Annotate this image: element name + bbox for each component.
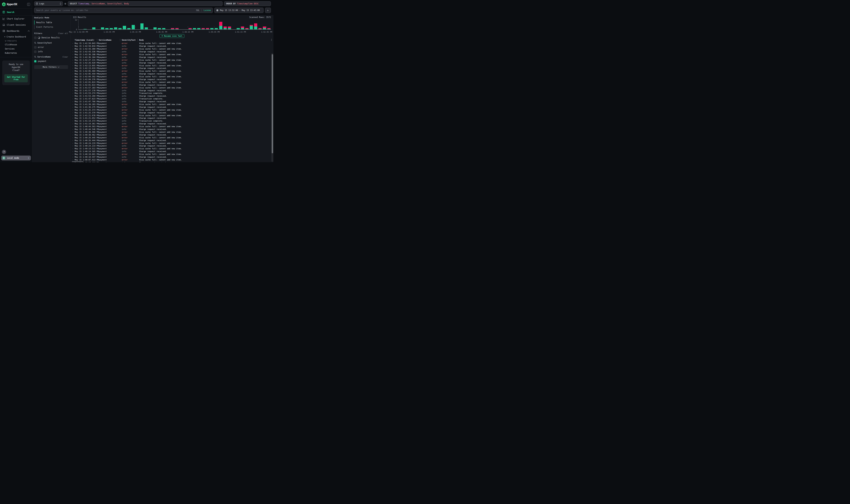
scrollbar-thumb[interactable]: [272, 54, 273, 153]
histogram-bucket[interactable]: [135, 20, 140, 30]
table-options-kebab-icon[interactable]: ⋮: [271, 38, 273, 41]
search-input[interactable]: [36, 9, 158, 12]
log-row[interactable]: ›May 15 1:40:38.462 PMpaymentinfoCharge …: [70, 133, 273, 136]
log-row[interactable]: ›May 15 1:41:25.373 PMpaymenterrorVisa c…: [70, 108, 273, 111]
log-row[interactable]: ›May 15 1:41:14.361 PMpaymentinfoCharge …: [70, 122, 273, 125]
mode-event-patterns[interactable]: Event Patterns: [34, 25, 68, 29]
histogram-bucket[interactable]: [144, 20, 148, 30]
payment-checkbox[interactable]: [34, 60, 36, 62]
column-separator[interactable]: [120, 39, 120, 41]
log-row[interactable]: ›May 15 1:40:10.597 PMpaymentinfoCharge …: [70, 156, 273, 159]
col-servicename[interactable]: ServiceName: [99, 39, 120, 41]
horizontal-scrollbar-thumb[interactable]: [72, 161, 83, 162]
sidebar-item-dashboards[interactable]: Dashboards: [0, 28, 32, 34]
source-select[interactable]: Logs: [34, 1, 63, 6]
histogram-bucket[interactable]: [87, 20, 92, 30]
histogram-bucket[interactable]: [227, 20, 232, 30]
get-started-button[interactable]: Get Started for Free: [4, 74, 28, 82]
run-query-button[interactable]: ▷: [265, 8, 271, 13]
log-row[interactable]: ›May 15 1:40:26.444 PMpaymentinfoCharge …: [70, 139, 273, 142]
histogram-bucket[interactable]: [240, 20, 245, 30]
log-row[interactable]: ›May 15 1:42:26.920 PMpaymentinfoCharge …: [70, 61, 273, 64]
log-row[interactable]: ›May 15 1:40:44.563 PMpaymenterrorVisa c…: [70, 125, 273, 128]
histogram-bucket[interactable]: [170, 20, 175, 30]
log-row[interactable]: ›May 15 1:42:13.019 PMpaymentinfoCharge …: [70, 67, 273, 70]
histogram-bucket[interactable]: [254, 20, 258, 30]
histogram-bucket[interactable]: [113, 20, 118, 30]
histogram-bucket[interactable]: [162, 20, 166, 30]
log-row[interactable]: ›May 15 1:41:14.373 PMpaymentinfoTransac…: [70, 120, 273, 122]
log-row[interactable]: ›May 15 1:42:50.834 PMpaymentinfoCharge …: [70, 45, 273, 48]
filter-option-error[interactable]: error: [34, 46, 68, 49]
log-row[interactable]: ›May 15 1:42:50.843 PMpaymenterrorVisa c…: [70, 42, 273, 45]
sidebar-item-search[interactable]: Search: [0, 8, 32, 16]
log-row[interactable]: ›May 15 1:42:13.055 PMpaymenterrorVisa c…: [70, 64, 273, 67]
user-menu[interactable]: U Local mode: [1, 156, 31, 160]
histogram-bucket[interactable]: [223, 20, 227, 30]
log-row[interactable]: ›May 15 1:42:43.336 PMpaymentinfoCharge …: [70, 50, 273, 53]
histogram-bucket[interactable]: [267, 20, 271, 30]
histogram-bucket[interactable]: [153, 20, 157, 30]
log-row[interactable]: ›May 15 1:41:25.370 PMpaymentinfoCharge …: [70, 111, 273, 114]
help-button[interactable]: ?: [2, 150, 6, 154]
histogram-bucket[interactable]: [236, 20, 240, 30]
histogram-bucket[interactable]: [249, 20, 254, 30]
histogram-bucket[interactable]: [157, 20, 162, 30]
sidebar-item-chart-explorer[interactable]: Chart Explorer: [0, 16, 32, 22]
log-row[interactable]: ›May 15 1:41:47.823 PMpaymentinfoTransac…: [70, 97, 273, 100]
log-row[interactable]: ›May 15 1:42:04.376 PMpaymentinfoCharge …: [70, 78, 273, 81]
histogram-bucket[interactable]: [149, 20, 153, 30]
log-row[interactable]: ›May 15 1:42:27.131 PMpaymenterrorVisa c…: [70, 59, 273, 61]
preset-clickhouse[interactable]: Clickhouse: [0, 42, 32, 47]
clear-servicename-button[interactable]: Clear: [62, 56, 68, 58]
lucene-mode-button[interactable]: Lucene: [203, 9, 211, 12]
log-row[interactable]: ›May 15 1:42:01.814 PMpaymentinfoCharge …: [70, 84, 273, 86]
histogram-bucket[interactable]: [205, 20, 210, 30]
create-dashboard-button[interactable]: + Create Dashboard: [0, 34, 32, 39]
log-row[interactable]: ›May 15 1:41:53.260 PMpaymentinfoCharge …: [70, 95, 273, 97]
histogram-bucket[interactable]: [232, 20, 236, 30]
histogram-bucket[interactable]: [140, 20, 144, 30]
info-checkbox[interactable]: [34, 51, 36, 53]
brand[interactable]: HyperDX: [2, 2, 17, 6]
presets-toggle[interactable]: PRESETS: [0, 39, 32, 42]
denoise-checkbox[interactable]: [34, 37, 36, 39]
histogram-bucket[interactable]: [188, 20, 192, 30]
histogram-bucket[interactable]: [96, 20, 100, 30]
log-row[interactable]: ›May 15 1:42:36.184 PMpaymentinfoCharge …: [70, 56, 273, 59]
select-clause-input[interactable]: SELECT Timestamp, ServiceName, SeverityT…: [68, 1, 222, 6]
histogram-bucket[interactable]: [183, 20, 188, 30]
histogram-bucket[interactable]: [105, 20, 109, 30]
log-row[interactable]: ›May 15 1:40:07.410 PMpaymentinfoCharge …: [70, 161, 273, 162]
log-row[interactable]: ›May 15 1:42:36.188 PMpaymenterrorVisa c…: [70, 53, 273, 56]
histogram-bucket[interactable]: [210, 20, 214, 30]
log-row[interactable]: ›May 15 1:41:30.283 PMpaymenterrorVisa c…: [70, 103, 273, 106]
mode-results-table[interactable]: Results Table: [34, 20, 68, 24]
preset-kubernetes[interactable]: Kubernetes: [0, 51, 32, 55]
log-row[interactable]: ›May 15 1:40:26.445 PMpaymenterrorVisa c…: [70, 136, 273, 139]
log-row[interactable]: ›May 15 1:40:38.466 PMpaymenterrorVisa c…: [70, 131, 273, 133]
preset-services[interactable]: Services: [0, 47, 32, 51]
sql-mode-button[interactable]: SQL: [196, 9, 200, 12]
histogram-bucket[interactable]: [122, 20, 127, 30]
histogram-bucket[interactable]: [179, 20, 183, 30]
time-range-picker[interactable]: May 15 13:32:00 - May 15 13:43:00: [214, 8, 264, 13]
col-timestamp[interactable]: Timestamp (Local): [75, 39, 97, 41]
histogram-bucket[interactable]: [78, 20, 83, 30]
events-histogram[interactable]: 12 0 May 15 1:32:00 PM1:33:45 PM1:35:15 …: [73, 20, 271, 34]
log-row[interactable]: ›May 15 1:42:43.360 PMpaymenterrorVisa c…: [70, 48, 273, 50]
histogram-bucket[interactable]: [218, 20, 223, 30]
histogram-bucket[interactable]: [258, 20, 262, 30]
clear-all-button[interactable]: Clear all: [58, 32, 68, 34]
histogram-bucket[interactable]: [118, 20, 122, 30]
column-separator[interactable]: [97, 39, 97, 41]
resume-live-tail-button[interactable]: Resume Live Tail: [160, 34, 184, 38]
source-settings-gear-icon[interactable]: ⚙: [64, 1, 66, 6]
error-checkbox[interactable]: [34, 46, 36, 49]
col-severitytext[interactable]: SeverityText: [122, 39, 138, 41]
log-row[interactable]: ›May 15 1:40:14.511 PMpaymenterrorVisa c…: [70, 147, 273, 150]
log-row[interactable]: ›May 15 1:40:07.413 PMpaymenterrorVisa c…: [70, 158, 273, 161]
histogram-bucket[interactable]: [127, 20, 131, 30]
histogram-bucket[interactable]: [245, 20, 249, 30]
filter-option-payment[interactable]: payment: [34, 60, 68, 62]
